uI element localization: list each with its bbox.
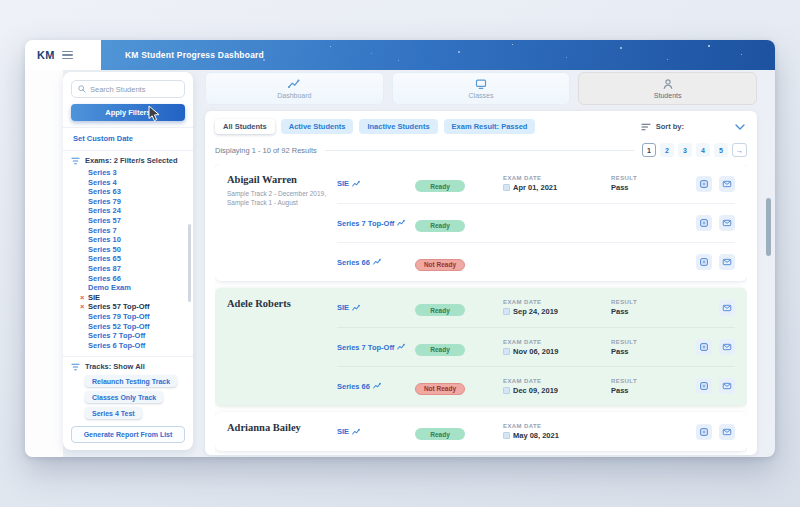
divider — [63, 150, 193, 151]
exam-filter-series-24[interactable]: Series 24 — [88, 206, 185, 216]
exam-filter-series-66[interactable]: Series 66 — [88, 274, 185, 284]
next-page-button[interactable]: → — [732, 143, 747, 157]
page-button-1[interactable]: 1 — [642, 143, 656, 157]
exam-link-sie[interactable]: SIE — [337, 179, 415, 188]
exam-filter-series-7-top-off[interactable]: Series 7 Top-Off — [88, 331, 185, 341]
exam-link-series-66[interactable]: Series 66 — [337, 382, 415, 391]
exam-filter-series-10[interactable]: Series 10 — [88, 235, 185, 245]
track-button-series-4-test[interactable]: Series 4 Test — [85, 407, 142, 419]
mail-button[interactable] — [719, 176, 735, 192]
report-button[interactable] — [696, 215, 712, 231]
exam-filter-series-50[interactable]: Series 50 — [88, 245, 185, 255]
page-button-2[interactable]: 2 — [660, 143, 674, 157]
exam-date-value: Dec 09, 2019 — [503, 386, 611, 395]
tab-students[interactable]: Students — [578, 72, 757, 105]
mail-icon — [722, 427, 732, 437]
result-label: RESULT — [611, 299, 681, 305]
track-button-classes-only-track[interactable]: Classes Only Track — [85, 391, 163, 403]
exam-link-sie[interactable]: SIE — [337, 303, 415, 312]
tab-classes[interactable]: Classes — [392, 72, 571, 105]
row-actions — [719, 300, 735, 316]
remove-filter-icon[interactable]: × — [80, 293, 84, 303]
exam-filter-series-57-top-off[interactable]: ×Series 57 Top-Off — [88, 302, 185, 312]
exam-date-column: EXAM DATESep 24, 2019 — [503, 299, 611, 316]
page-button-3[interactable]: 3 — [678, 143, 692, 157]
exam-filter-series-87[interactable]: Series 87 — [88, 264, 185, 274]
exam-filter-series-3[interactable]: Series 3 — [88, 168, 185, 178]
exam-filter-series-57[interactable]: Series 57 — [88, 216, 185, 226]
exam-date-label: EXAM DATE — [503, 175, 611, 181]
exam-filter-series-7[interactable]: Series 7 — [88, 226, 185, 236]
exam-filter-demo-exam[interactable]: Demo Exam — [88, 283, 185, 293]
student-info: Adele Roberts — [215, 288, 337, 405]
exam-filter-label: Series 50 — [88, 245, 121, 254]
chevron-down-icon[interactable] — [735, 124, 745, 130]
exam-filter-series-79-top-off[interactable]: Series 79 Top-Off — [88, 312, 185, 322]
exam-filter-sie[interactable]: ×SIE — [88, 293, 185, 303]
apply-filters-button[interactable]: Apply Filters — [71, 104, 185, 121]
exam-filter-series-65[interactable]: Series 65 — [88, 254, 185, 264]
mail-button[interactable] — [719, 424, 735, 440]
mail-button[interactable] — [719, 378, 735, 394]
page-button-5[interactable]: 5 — [714, 143, 728, 157]
exam-rows: SIEReadyEXAM DATEMay 08, 2021 — [337, 412, 747, 451]
chip-exam-result-passed[interactable]: Exam Result: Passed — [444, 119, 536, 134]
generate-report-button[interactable]: Generate Report From List — [71, 426, 185, 443]
exams-filter-header: Exams: 2 Filter/s Selected — [71, 156, 185, 165]
hamburger-menu-icon[interactable] — [62, 51, 73, 60]
report-button[interactable] — [696, 424, 712, 440]
exam-row-sie: SIEReadyEXAM DATEApr 01, 2021RESULTPass — [337, 164, 735, 203]
report-button[interactable] — [696, 176, 712, 192]
exam-filter-series-63[interactable]: Series 63 — [88, 187, 185, 197]
exam-filter-series-52-top-off[interactable]: Series 52 Top-Off — [88, 322, 185, 332]
report-button[interactable] — [696, 378, 712, 394]
exam-filter-label: Series 4 — [88, 178, 117, 187]
page-button-4[interactable]: 4 — [696, 143, 710, 157]
exams-filter-label: Exams: 2 Filter/s Selected — [85, 156, 178, 165]
exam-filter-label: Demo Exam — [88, 283, 131, 292]
exam-row-sie: SIEReadyEXAM DATEMay 08, 2021 — [337, 412, 735, 451]
result-label: RESULT — [611, 378, 681, 384]
exam-filter-series-6-top-off[interactable]: Series 6 Top-Off — [88, 341, 185, 351]
exam-filter-label: Series 52 Top-Off — [88, 322, 150, 331]
remove-filter-icon[interactable]: × — [80, 302, 84, 312]
track-button-relaunch-testing-track[interactable]: Relaunch Testing Track — [85, 375, 177, 387]
report-icon — [699, 257, 709, 267]
exam-link-series-7-top-off[interactable]: Series 7 Top-Off — [337, 343, 415, 352]
exam-link-series-66[interactable]: Series 66 — [337, 258, 415, 267]
chip-all-students[interactable]: All Students — [215, 119, 275, 134]
sidebar-scrollbar[interactable] — [188, 224, 191, 302]
report-button[interactable] — [696, 339, 712, 355]
left-rail — [25, 70, 63, 457]
tab-dashboard[interactable]: Dashboard — [205, 72, 384, 105]
exam-link-series-7-top-off[interactable]: Series 7 Top-Off — [337, 219, 415, 228]
chips-slot: All StudentsActive StudentsInactive Stud… — [215, 119, 535, 134]
set-custom-date-link[interactable]: Set Custom Date — [71, 133, 185, 144]
exam-link-sie[interactable]: SIE — [337, 427, 415, 436]
report-button[interactable] — [696, 254, 712, 270]
tabs-row: DashboardClassesStudents — [205, 72, 757, 105]
window-scrollbar[interactable] — [766, 198, 771, 256]
chip-inactive-students[interactable]: Inactive Students — [359, 119, 437, 134]
exam-filter-label: Series 6 Top-Off — [88, 341, 145, 350]
search-input[interactable] — [90, 85, 178, 94]
sort-icon — [641, 123, 651, 131]
status-column: Ready — [415, 423, 503, 441]
mail-button[interactable] — [719, 254, 735, 270]
row-actions — [696, 378, 735, 394]
chip-active-students[interactable]: Active Students — [281, 119, 354, 134]
sort-by-label: Sort by: — [656, 122, 684, 131]
mail-button[interactable] — [719, 215, 735, 231]
mail-button[interactable] — [719, 339, 735, 355]
exam-filter-series-4[interactable]: Series 4 — [88, 178, 185, 188]
exam-filter-series-79[interactable]: Series 79 — [88, 197, 185, 207]
exam-date-value: Nov 06, 2019 — [503, 347, 611, 356]
sort-by-group[interactable]: Sort by: — [641, 122, 684, 131]
mail-icon — [722, 218, 732, 228]
exam-filter-label: Series 66 — [88, 274, 121, 283]
exam-filter-label: Series 79 Top-Off — [88, 312, 150, 321]
tab-label: Dashboard — [277, 92, 311, 99]
result-value: Pass — [611, 183, 681, 192]
mail-button[interactable] — [719, 300, 735, 316]
line-chart-icon — [288, 78, 300, 90]
